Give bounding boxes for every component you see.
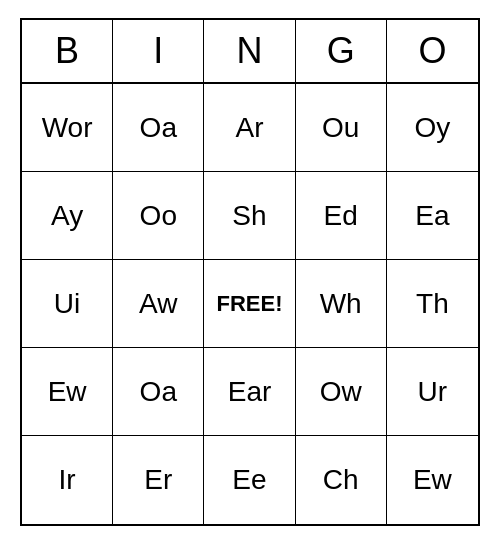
bingo-cell-0-1: Oa xyxy=(113,84,204,172)
bingo-cell-4-2: Ee xyxy=(204,436,295,524)
bingo-cell-2-0: Ui xyxy=(22,260,113,348)
bingo-card: BINGO WorOaArOuOyAyOoShEdEaUiAwFREE!WhTh… xyxy=(20,18,480,526)
bingo-cell-1-3: Ed xyxy=(296,172,387,260)
bingo-cell-0-4: Oy xyxy=(387,84,478,172)
bingo-header-letter: G xyxy=(296,20,387,82)
bingo-grid: WorOaArOuOyAyOoShEdEaUiAwFREE!WhThEwOaEa… xyxy=(22,84,478,524)
bingo-cell-4-4: Ew xyxy=(387,436,478,524)
bingo-cell-2-1: Aw xyxy=(113,260,204,348)
bingo-header-letter: N xyxy=(204,20,295,82)
bingo-header-letter: I xyxy=(113,20,204,82)
bingo-cell-0-0: Wor xyxy=(22,84,113,172)
bingo-header: BINGO xyxy=(22,20,478,84)
bingo-cell-1-0: Ay xyxy=(22,172,113,260)
bingo-cell-3-2: Ear xyxy=(204,348,295,436)
bingo-cell-0-2: Ar xyxy=(204,84,295,172)
bingo-cell-4-1: Er xyxy=(113,436,204,524)
bingo-cell-4-3: Ch xyxy=(296,436,387,524)
bingo-cell-0-3: Ou xyxy=(296,84,387,172)
bingo-cell-2-2: FREE! xyxy=(204,260,295,348)
bingo-cell-1-1: Oo xyxy=(113,172,204,260)
bingo-cell-3-3: Ow xyxy=(296,348,387,436)
bingo-cell-1-4: Ea xyxy=(387,172,478,260)
bingo-cell-3-0: Ew xyxy=(22,348,113,436)
bingo-cell-3-4: Ur xyxy=(387,348,478,436)
bingo-cell-3-1: Oa xyxy=(113,348,204,436)
bingo-cell-2-3: Wh xyxy=(296,260,387,348)
bingo-cell-2-4: Th xyxy=(387,260,478,348)
bingo-header-letter: B xyxy=(22,20,113,82)
bingo-cell-4-0: Ir xyxy=(22,436,113,524)
bingo-cell-1-2: Sh xyxy=(204,172,295,260)
bingo-header-letter: O xyxy=(387,20,478,82)
